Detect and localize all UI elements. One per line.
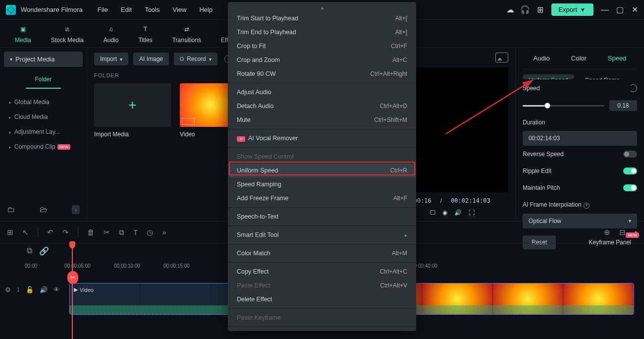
display-icon[interactable]: 🖵 [429,209,435,216]
sidebar-item-compound-clip[interactable]: ▸Compound ClipNEW [4,139,83,154]
delete-icon[interactable]: 🗑 [87,228,95,236]
ctx-item[interactable]: Color MatchAlt+M [228,246,416,260]
record-icon [180,57,184,61]
ctx-item[interactable]: Smart Edit Tool▸ [228,228,416,242]
text-icon[interactable]: T [133,228,138,236]
pill-speed-ramp[interactable]: Speed Ramp [579,74,626,79]
cut-handle[interactable]: ✂ [67,271,78,284]
pitch-label: Maintain Pitch [523,184,560,191]
marker-icon[interactable]: ⧉ [27,246,32,255]
ctx-item[interactable]: Crop to FitCtrl+F [228,39,416,53]
maximize-button[interactable]: ▢ [616,6,623,13]
project-media-dropdown[interactable]: ▾Project Media [4,52,83,67]
context-menu: ▴Trim Start to PlayheadAlt+[Trim End to … [228,2,416,331]
mute-icon[interactable]: 🔊 [40,286,48,293]
chevron-up-icon[interactable]: ▴ [228,4,416,11]
ctx-item: Show Speed Control [228,150,416,164]
titles-icon: T [140,24,151,35]
cut-icon[interactable]: ✂ [104,228,110,237]
more-icon[interactable]: » [162,228,166,236]
info-icon[interactable]: ? [584,203,590,209]
apps-icon[interactable]: ⊞ [537,6,543,13]
folder-tab[interactable]: Folder [26,73,61,89]
record-dropdown[interactable]: Record▾ [174,53,217,65]
ctx-item[interactable]: Detach AudioCtrl+Alt+D [228,99,416,113]
menu-tools[interactable]: Tools [145,6,160,13]
tab-transitions[interactable]: ⇄Transitions [172,24,201,44]
chevron-right-icon: ▸ [9,129,11,135]
playhead[interactable] [72,243,73,339]
import-dropdown[interactable]: Import▾ [94,53,128,65]
sidebar-item-adjustment-layer[interactable]: ▸Adjustment Lay... [4,124,83,139]
ctx-item[interactable]: Adjust Audio [228,85,416,99]
speed-slider[interactable] [523,105,604,107]
tab-speed[interactable]: Speed [608,55,627,62]
grid-icon[interactable]: ⊞ [7,228,13,237]
stock-icon: ⎚ [62,24,73,35]
collapse-icon[interactable]: ‹ [72,205,80,214]
folder-add-icon[interactable]: 🗁 [40,205,48,214]
reverse-toggle[interactable] [623,151,637,158]
ctx-item[interactable]: Speed Ramping [228,177,416,191]
ctx-item[interactable]: Speech-to-Text [228,210,416,224]
new-badge: NEW [626,232,639,238]
ctx-item[interactable]: MuteCtrl+Shift+M [228,113,416,127]
tab-color[interactable]: Color [571,55,587,62]
tab-audio[interactable]: Audio [534,55,550,62]
ripple-toggle[interactable] [623,168,637,174]
folder-icon[interactable]: 🗀 [7,205,15,214]
tab-titles[interactable]: TTitles [138,24,152,44]
undo-icon[interactable]: ↶ [47,228,54,237]
ctx-item[interactable]: Delete Effect [228,292,416,306]
minimize-button[interactable]: — [601,6,608,13]
tab-audio[interactable]: ♫Audio [104,24,119,44]
speed-icon[interactable]: ◷ [147,228,153,237]
app-logo [6,5,16,15]
ctx-item[interactable]: Rotate 90 CWCtrl+Alt+Right [228,67,416,81]
ctx-item[interactable]: Crop and ZoomAlt+C [228,53,416,67]
redo-icon[interactable]: ↷ [62,228,69,237]
slider-thumb[interactable] [544,103,550,109]
close-button[interactable]: ✕ [631,6,638,13]
menu-view[interactable]: View [172,6,186,13]
ai-image-button[interactable]: AI Image [133,53,169,65]
chevron-right-icon: ▸ [9,144,11,150]
ctx-item[interactable]: ✦AI Vocal Remover [228,131,416,145]
ctx-item[interactable]: Trim Start to PlayheadAlt+[ [228,11,416,25]
reset-speed-icon[interactable] [629,84,637,92]
duration-input[interactable]: 00:02:14:03 [523,131,637,146]
menu-file[interactable]: File [98,6,108,13]
lock-icon[interactable]: 🔓 [26,286,34,293]
ctx-item: Paste Keyframe [228,311,416,325]
duration-label: Duration [523,119,545,126]
volume-icon[interactable]: 🔊 [454,209,462,216]
pill-uniform-speed[interactable]: Uniform Speed [523,74,574,79]
ctx-item[interactable]: Copy EffectCtrl+Alt+C [228,265,416,279]
link-icon[interactable]: 🔗 [39,246,49,256]
snapshot-icon[interactable] [495,53,508,62]
tab-media[interactable]: ▣Media [15,24,31,44]
speed-value[interactable]: 0.18 [609,100,637,111]
ctx-item[interactable]: Uniform SpeedCtrl+R [228,164,416,177]
pitch-toggle[interactable] [623,184,637,191]
ctx-item[interactable]: Add Freeze FrameAlt+F [228,191,416,205]
transitions-icon: ⇄ [181,24,192,35]
sidebar-item-global-media[interactable]: ▸Global Media [4,95,83,110]
tab-stock-media[interactable]: ⎚Stock Media [51,24,84,44]
track-settings-icon[interactable]: ⚙ [5,286,11,293]
crop-icon[interactable]: ⧉ [119,228,124,237]
visibility-icon[interactable]: 👁 [54,286,60,293]
headphones-icon[interactable]: 🎧 [522,6,529,13]
ctx-item[interactable]: Trim End to PlayheadAlt+] [228,25,416,39]
menu-help[interactable]: Help [199,6,213,13]
export-button[interactable]: Export▾ [551,3,593,16]
sidebar-item-cloud-media[interactable]: ▸Cloud Media [4,110,83,124]
ai-interp-label: AI Frame Interpolation? [523,201,590,209]
menu-edit[interactable]: Edit [121,6,132,13]
cloud-icon[interactable]: ☁ [507,6,514,13]
camera-icon[interactable]: ◉ [442,209,447,216]
fullscreen-icon[interactable]: ⛶ [469,209,475,216]
chevron-down-icon: ▾ [120,56,122,62]
import-media-tile[interactable]: + [94,83,171,127]
cursor-icon[interactable]: ↖ [22,228,29,237]
